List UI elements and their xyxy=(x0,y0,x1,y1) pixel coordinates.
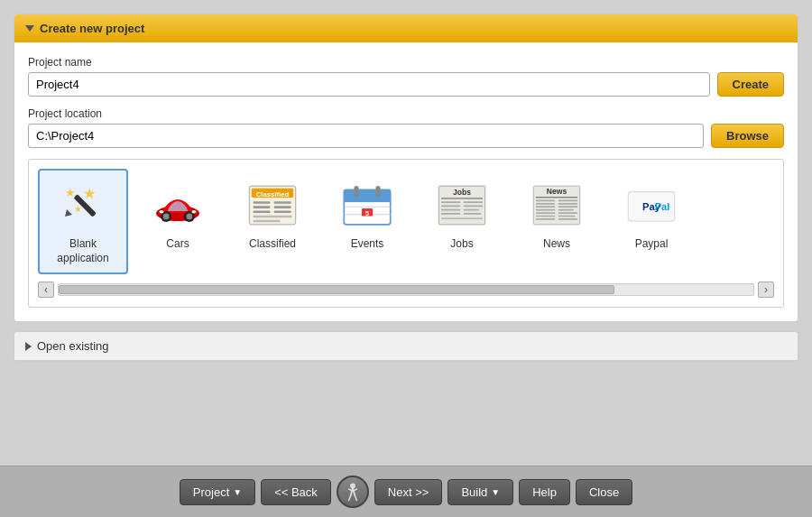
template-item-jobs[interactable]: Jobs xyxy=(417,169,507,261)
svg-rect-47 xyxy=(536,199,555,201)
project-location-input[interactable] xyxy=(28,124,704,148)
template-item-blank[interactable]: ★ ★ ★ Blankapplication xyxy=(38,169,128,274)
open-existing-panel: Open existing xyxy=(14,331,798,362)
svg-rect-49 xyxy=(536,206,555,208)
open-existing-header[interactable]: Open existing xyxy=(14,332,798,361)
jobs-icon: Jobs xyxy=(430,178,494,232)
build-button[interactable]: Build ▼ xyxy=(448,479,513,505)
create-button[interactable]: Create xyxy=(717,72,784,97)
template-scroll-wrapper: ★ ★ ★ Blankapplication xyxy=(38,169,774,274)
expand-existing-icon xyxy=(25,342,32,351)
svg-rect-41 xyxy=(464,208,479,210)
svg-rect-42 xyxy=(464,213,482,215)
svg-point-9 xyxy=(186,213,192,219)
svg-text:★: ★ xyxy=(74,204,82,214)
project-dropdown-icon: ▼ xyxy=(233,487,242,497)
svg-text:Pal: Pal xyxy=(655,201,670,212)
svg-rect-18 xyxy=(274,201,291,204)
scroll-track[interactable] xyxy=(58,283,754,296)
scroll-thumb xyxy=(59,285,614,294)
build-dropdown-icon: ▼ xyxy=(491,487,500,497)
svg-rect-39 xyxy=(464,201,483,203)
svg-rect-19 xyxy=(274,206,291,208)
next-button[interactable]: Next >> xyxy=(374,479,443,505)
project-location-group: Project location Browse xyxy=(28,107,784,148)
svg-rect-35 xyxy=(441,201,460,203)
browse-button[interactable]: Browse xyxy=(711,124,784,148)
svg-text:News: News xyxy=(547,187,567,196)
template-item-classified[interactable]: Classified xyxy=(227,169,318,261)
create-project-body: Project name Create Project location Bro… xyxy=(14,42,798,321)
close-button-label: Close xyxy=(589,485,619,499)
template-label-blank: Blankapplication xyxy=(57,237,108,265)
events-icon: 5 xyxy=(336,178,399,232)
svg-rect-60 xyxy=(558,218,577,220)
template-label-events: Events xyxy=(351,237,384,252)
svg-line-66 xyxy=(353,488,355,494)
project-name-group: Project name Create xyxy=(28,56,784,97)
svg-rect-38 xyxy=(441,213,460,215)
svg-rect-53 xyxy=(536,218,555,220)
svg-rect-54 xyxy=(558,199,577,201)
runner-icon xyxy=(337,475,369,508)
project-location-label: Project location xyxy=(28,107,784,120)
template-container: ★ ★ ★ Blankapplication xyxy=(28,159,784,308)
svg-text:Jobs: Jobs xyxy=(453,188,471,197)
svg-rect-50 xyxy=(536,208,555,210)
template-label-jobs: Jobs xyxy=(450,237,473,252)
project-name-row: Create xyxy=(28,72,784,97)
template-label-news: News xyxy=(543,237,570,252)
svg-rect-26 xyxy=(354,186,358,197)
svg-rect-20 xyxy=(274,210,291,213)
blank-icon: ★ ★ ★ xyxy=(51,178,115,232)
create-project-header[interactable]: Create new project xyxy=(14,14,798,42)
svg-rect-55 xyxy=(558,202,577,204)
svg-rect-16 xyxy=(254,206,271,208)
project-location-row: Browse xyxy=(28,124,784,148)
template-item-news[interactable]: News xyxy=(512,169,602,261)
create-project-panel: Create new project Project name Create P… xyxy=(14,14,798,322)
help-button[interactable]: Help xyxy=(519,479,570,505)
svg-text:★: ★ xyxy=(83,186,96,201)
scroll-bar-area: ‹ › xyxy=(38,282,774,298)
news-icon: News xyxy=(525,178,588,232)
svg-rect-43 xyxy=(441,217,483,219)
svg-rect-59 xyxy=(558,215,576,217)
template-grid: ★ ★ ★ Blankapplication xyxy=(38,169,774,274)
svg-text:★: ★ xyxy=(65,186,76,199)
svg-text:5: 5 xyxy=(365,208,370,217)
svg-rect-57 xyxy=(558,208,574,210)
expand-icon xyxy=(25,25,34,32)
template-label-paypal: Paypal xyxy=(635,237,669,252)
svg-rect-25 xyxy=(344,196,390,202)
project-button[interactable]: Project ▼ xyxy=(180,479,255,505)
svg-marker-1 xyxy=(65,209,72,217)
svg-rect-52 xyxy=(536,215,555,217)
open-existing-title: Open existing xyxy=(37,339,109,353)
svg-rect-17 xyxy=(254,210,271,213)
template-item-cars[interactable]: Cars xyxy=(133,169,223,261)
svg-line-68 xyxy=(355,495,356,501)
template-label-cars: Cars xyxy=(166,237,189,252)
cars-icon xyxy=(146,178,209,232)
next-button-label: Next >> xyxy=(388,485,429,499)
svg-line-67 xyxy=(348,495,350,501)
svg-rect-58 xyxy=(558,212,577,214)
svg-point-11 xyxy=(159,210,163,213)
svg-rect-21 xyxy=(254,215,292,217)
svg-rect-34 xyxy=(441,197,483,198)
back-button[interactable]: << Back xyxy=(261,479,331,505)
svg-rect-15 xyxy=(254,201,271,204)
svg-rect-37 xyxy=(441,208,460,210)
svg-rect-22 xyxy=(254,219,281,222)
create-project-title: Create new project xyxy=(40,22,144,35)
close-button[interactable]: Close xyxy=(576,479,632,505)
project-name-input[interactable] xyxy=(28,72,710,97)
svg-rect-48 xyxy=(536,202,555,204)
scroll-left-button[interactable]: ‹ xyxy=(38,282,54,298)
svg-text:Classified: Classified xyxy=(256,190,290,198)
template-item-events[interactable]: 5 Events xyxy=(322,169,412,261)
bottom-toolbar: Project ▼ << Back Next >> Build ▼ Help C… xyxy=(0,466,812,517)
template-item-paypal[interactable]: Pay Pal Paypal xyxy=(606,169,697,261)
scroll-right-button[interactable]: › xyxy=(758,282,774,298)
